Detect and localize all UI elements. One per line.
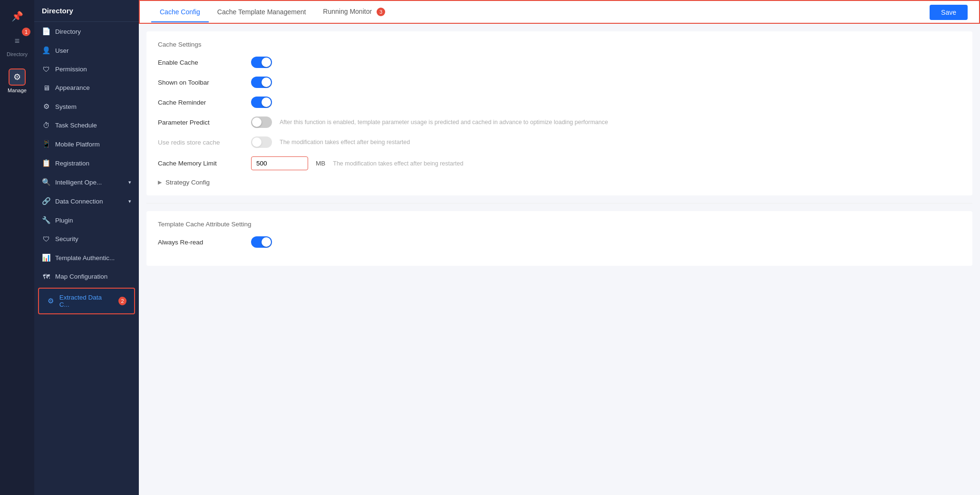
running-monitor-badge: 3 (377, 8, 385, 16)
enable-cache-thumb (262, 58, 271, 67)
template-icon: 📊 (42, 253, 50, 262)
chevron-down-icon-2: ▾ (128, 198, 131, 204)
clock-icon: ⏱ (42, 121, 50, 129)
security-icon: 🛡 (42, 235, 50, 243)
cache-memory-hint: The modification takes effect after bein… (333, 160, 463, 167)
manage-nav-wrapper: ⚙ Manage (0, 63, 34, 99)
sidebar-item-security[interactable]: 🛡 Security (34, 230, 139, 248)
sidebar-label-directory: Directory (55, 28, 81, 35)
link-icon: 🔗 (42, 197, 50, 205)
directory-badge: 1 (22, 28, 30, 36)
sidebar-item-template-authentic[interactable]: 📊 Template Authentic... (34, 248, 139, 267)
sidebar-item-manage-icon[interactable]: ⚙ Manage (0, 63, 34, 99)
shield-icon: 🛡 (42, 65, 50, 73)
extracted-gear-icon: ⚙ (47, 297, 55, 305)
always-reread-toggle[interactable] (251, 236, 272, 248)
sidebar-item-extracted-data[interactable]: ⚙ Extracted Data C... 2 (38, 288, 135, 314)
redis-store-hint: The modification takes effect after bein… (280, 139, 410, 146)
gear-icon: ⚙ (9, 68, 26, 86)
user-icon: 👤 (42, 46, 50, 55)
cache-reminder-thumb (262, 97, 271, 107)
directory-nav-label: Directory (7, 51, 28, 57)
tab-running-monitor[interactable]: Running Monitor 3 (314, 2, 394, 23)
sidebar-item-intelligent-ope[interactable]: 🔍 Intelligent Ope... ▾ (34, 173, 139, 192)
template-cache-title: Template Cache Attribute Setting (158, 221, 961, 228)
parameter-predict-toggle[interactable] (251, 116, 272, 128)
sidebar-item-data-connection[interactable]: 🔗 Data Connection ▾ (34, 192, 139, 211)
sidebar-item-user[interactable]: 👤 User (34, 41, 139, 60)
cache-reminder-row: Cache Reminder (158, 97, 961, 108)
mobile-icon: 📱 (42, 140, 50, 148)
tabs-bar: Cache Config Cache Template Management R… (139, 0, 980, 24)
map-icon: 🗺 (42, 272, 50, 281)
redis-store-track[interactable] (251, 136, 272, 148)
sidebar-item-mobile-platform[interactable]: 📱 Mobile Platform (34, 135, 139, 154)
cache-memory-unit: MB (316, 160, 325, 167)
sidebar: Directory 📄 Directory 👤 User 🛡 Permissio… (34, 0, 139, 495)
sidebar-label-user: User (55, 47, 69, 54)
shown-toolbar-thumb (262, 78, 271, 87)
cache-reminder-toggle[interactable] (251, 97, 272, 108)
sidebar-item-appearance[interactable]: 🖥 Appearance (34, 78, 139, 97)
sidebar-label-task-schedule: Task Schedule (55, 122, 97, 129)
manage-nav-label: Manage (8, 87, 27, 93)
shown-toolbar-track[interactable] (251, 77, 272, 88)
always-reread-thumb (262, 237, 271, 247)
pin-icon[interactable]: 📌 (0, 6, 34, 27)
chevron-right-icon: ▶ (158, 179, 162, 185)
sidebar-item-plugin[interactable]: 🔧 Plugin (34, 211, 139, 230)
sidebar-label-intelligent-ope: Intelligent Ope... (55, 179, 102, 186)
sidebar-label-extracted-data: Extracted Data C... (59, 294, 110, 308)
parameter-predict-row: Parameter Predict After this function is… (158, 116, 961, 128)
cache-memory-limit-label: Cache Memory Limit (158, 160, 243, 167)
enable-cache-label: Enable Cache (158, 59, 243, 66)
cache-reminder-track[interactable] (251, 97, 272, 108)
sidebar-label-system: System (55, 103, 77, 110)
cache-memory-limit-input[interactable] (251, 156, 308, 170)
sidebar-label-appearance: Appearance (55, 84, 90, 91)
sidebar-item-permission[interactable]: 🛡 Permission (34, 60, 139, 78)
redis-store-row: Use redis store cache The modification t… (158, 136, 961, 148)
sidebar-item-map-configuration[interactable]: 🗺 Map Configuration (34, 267, 139, 286)
parameter-predict-label: Parameter Predict (158, 119, 243, 126)
shown-toolbar-row: Shown on Toolbar (158, 77, 961, 88)
always-reread-track[interactable] (251, 236, 272, 248)
sidebar-label-plugin: Plugin (55, 217, 73, 224)
sidebar-title: Directory (34, 0, 139, 22)
enable-cache-track[interactable] (251, 57, 272, 68)
document-icon: 📄 (42, 27, 50, 36)
settings-icon: ⚙ (42, 102, 50, 111)
always-reread-row: Always Re-read (158, 236, 961, 248)
shown-toolbar-label: Shown on Toolbar (158, 79, 243, 86)
strategy-config-label: Strategy Config (165, 179, 210, 186)
parameter-predict-track[interactable] (251, 116, 272, 128)
save-btn-container: Save (930, 5, 968, 20)
tab-cache-template[interactable]: Cache Template Management (209, 2, 315, 22)
directory-nav-wrapper: ≡ Directory 1 (0, 27, 34, 63)
sidebar-item-directory[interactable]: 📄 Directory (34, 22, 139, 41)
enable-cache-toggle[interactable] (251, 57, 272, 68)
sidebar-item-registration[interactable]: 📋 Registration (34, 154, 139, 173)
shown-toolbar-toggle[interactable] (251, 77, 272, 88)
redis-store-toggle[interactable] (251, 136, 272, 148)
chevron-down-icon: ▾ (128, 179, 131, 185)
redis-store-thumb (252, 137, 262, 147)
template-cache-card: Template Cache Attribute Setting Always … (146, 211, 972, 266)
clipboard-icon: 📋 (42, 159, 50, 167)
save-button[interactable]: Save (930, 5, 968, 20)
plugin-icon: 🔧 (42, 216, 50, 224)
cache-reminder-label: Cache Reminder (158, 99, 243, 106)
sidebar-item-system[interactable]: ⚙ System (34, 97, 139, 116)
tab-cache-config[interactable]: Cache Config (151, 2, 209, 22)
main-content: Cache Config Cache Template Management R… (139, 0, 980, 495)
content-area: Cache Settings Enable Cache Shown on Too… (139, 24, 980, 495)
strategy-config-row[interactable]: ▶ Strategy Config (158, 179, 961, 186)
extracted-data-badge: 2 (118, 297, 126, 305)
redis-store-label: Use redis store cache (158, 139, 243, 146)
monitor-icon: 🖥 (42, 84, 50, 92)
cache-settings-title: Cache Settings (158, 41, 961, 48)
sidebar-label-data-connection: Data Connection (55, 198, 103, 205)
sidebar-item-task-schedule[interactable]: ⏱ Task Schedule (34, 116, 139, 135)
sidebar-label-map-configuration: Map Configuration (55, 273, 107, 280)
parameter-predict-thumb (252, 117, 262, 127)
